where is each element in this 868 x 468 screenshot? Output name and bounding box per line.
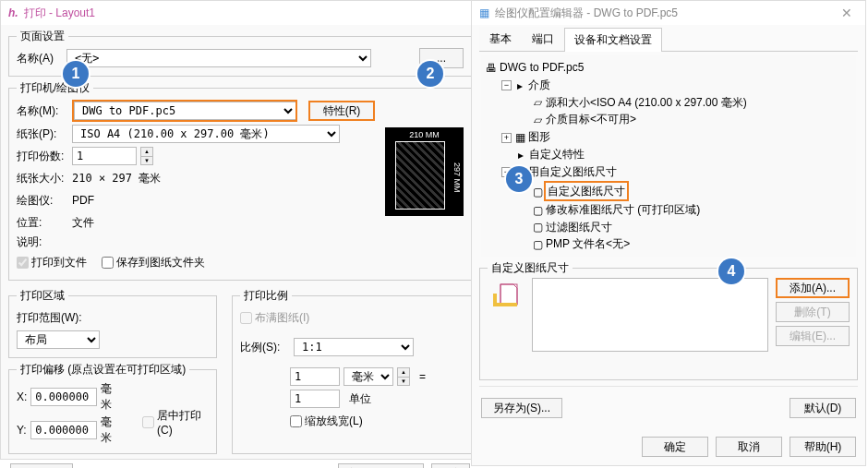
printer-group: 打印机/绘图仪 名称(M): DWG to PDF.pc5 特性(R) 纸张(P… <box>8 80 472 281</box>
scale-bot-input[interactable] <box>290 390 340 408</box>
step-badge-2: 2 <box>417 61 443 87</box>
copies-input[interactable] <box>72 147 137 165</box>
media-src-icon: ▱ <box>531 94 544 111</box>
preview-page-icon <box>395 141 445 210</box>
tree-media-target[interactable]: 介质目标<不可用> <box>546 113 636 126</box>
custom-props-icon: ▸ <box>514 147 527 163</box>
tree-pmp[interactable]: PMP 文件名<无> <box>546 237 630 250</box>
scale-legend: 打印比例 <box>240 288 292 304</box>
add-paper-button[interactable]: 添加(A)... <box>776 278 850 298</box>
save-as-button[interactable]: 另存为(S)... <box>481 398 562 418</box>
save-to-folder-check[interactable]: 保存到图纸文件夹 <box>102 255 205 270</box>
plotter-title: 绘图仪配置编辑器 - DWG to PDF.pc5 <box>495 6 678 21</box>
tree-expand-icon[interactable]: + <box>501 133 512 143</box>
plotter-icon: ▦ <box>479 6 489 19</box>
page-icon: ▢ <box>531 202 544 219</box>
scale-lineweight-check[interactable]: 缩放线宽(L) <box>290 414 363 429</box>
tree-custom-props[interactable]: 自定义特性 <box>529 148 585 161</box>
copies-spinner[interactable]: ▲▼ <box>140 147 153 165</box>
svg-rect-2 <box>493 303 517 306</box>
unit-label: 单位 <box>349 391 371 407</box>
apply-layout-button[interactable]: 应用到布局(T) <box>338 463 424 468</box>
x-unit: 毫米 <box>101 381 116 413</box>
page-icon: ▢ <box>531 236 544 253</box>
plotter-label: 绘图仪: <box>17 193 68 209</box>
printer-properties-button[interactable]: 特性(R) <box>308 101 375 121</box>
custom-paper-legend: 自定义图纸尺寸 <box>488 260 573 276</box>
close-icon[interactable]: ✕ <box>836 6 858 20</box>
custom-paper-list[interactable] <box>532 278 768 352</box>
page-icon: ▢ <box>531 219 544 235</box>
y-label: Y: <box>17 424 27 437</box>
tab-basic[interactable]: 基本 <box>479 27 522 51</box>
print-range-label: 打印范围(W): <box>17 310 82 326</box>
print-area-legend: 打印区域 <box>17 288 68 304</box>
print-area-group: 打印区域 打印范围(W): 布局 <box>8 288 217 358</box>
tab-device[interactable]: 设备和文档设置 <box>564 28 662 52</box>
tree-user-paper[interactable]: 用自定义图纸尺寸 <box>528 165 617 178</box>
graphics-icon: ▦ <box>513 129 526 146</box>
app-icon: h. <box>8 6 18 19</box>
page-icon: ▢ <box>531 184 544 200</box>
eq-label: = <box>419 370 426 383</box>
location-label: 位置: <box>17 215 68 231</box>
offset-group: 打印偏移 (原点设置在可打印区域) X: 毫米 Y: 毫米 <box>8 362 217 454</box>
page-name-label: 名称(A) <box>17 51 63 66</box>
center-print-check[interactable]: 居中打印(C) <box>142 396 209 448</box>
tree-filter-paper[interactable]: 过滤图纸尺寸 <box>546 221 612 234</box>
print-title: 打印 - Layout1 <box>24 6 95 21</box>
page-setup-legend: 页面设置 <box>17 29 68 44</box>
tab-bar: 基本 端口 设备和文档设置 <box>479 27 858 52</box>
printer-name-select[interactable]: DWG to PDF.pc5 <box>74 102 295 120</box>
scale-top-input[interactable] <box>290 367 340 386</box>
step-badge-3: 3 <box>506 166 532 192</box>
settings-tree[interactable]: 🖶DWG to PDF.pc5 −▸介质 ▱源和大小<ISO A4 (210.0… <box>481 55 856 257</box>
x-input[interactable] <box>30 388 97 406</box>
printer-name-label: 名称(M): <box>17 103 68 119</box>
tree-graphics[interactable]: 图形 <box>528 130 550 143</box>
tree-modify-std[interactable]: 修改标准图纸尺寸 (可打印区域) <box>546 203 700 216</box>
ok-button[interactable]: 确定 <box>431 463 470 468</box>
print-range-select[interactable]: 布局 <box>17 330 100 349</box>
print-to-file-check[interactable]: 打印到文件 <box>17 255 87 270</box>
page-name-select[interactable]: <无> <box>66 49 371 67</box>
scale-unit-select[interactable]: 毫米 <box>344 367 393 386</box>
paper-label: 纸张(P): <box>17 126 68 142</box>
y-input[interactable] <box>30 421 97 439</box>
location-value: 文件 <box>72 215 94 231</box>
scale-unit-spinner[interactable]: ▲▼ <box>397 367 410 386</box>
copies-label: 打印份数: <box>17 149 68 164</box>
custom-paper-group: 自定义图纸尺寸 添加(A)... 删除(T) 编辑(E)... <box>479 260 858 380</box>
step-badge-1: 1 <box>63 61 89 87</box>
plotter-ok-button[interactable]: 确定 <box>642 437 708 457</box>
preview-width-label: 210 MM <box>386 130 463 139</box>
ratio-label: 比例(S): <box>240 340 290 355</box>
plotter-value: PDF <box>72 194 94 207</box>
x-label: X: <box>17 390 27 403</box>
tree-custom-paper[interactable]: 自定义图纸尺寸 <box>544 181 629 201</box>
fit-paper-check[interactable]: 布满图纸(I) <box>240 310 309 326</box>
tree-root[interactable]: DWG to PDF.pc5 <box>500 61 584 74</box>
delete-paper-button[interactable]: 删除(T) <box>776 302 850 322</box>
edit-paper-button[interactable]: 编辑(E)... <box>776 326 850 346</box>
paper-select[interactable]: ISO A4 (210.00 x 297.00 毫米) <box>72 125 340 143</box>
papersize-value: 210 × 297 毫米 <box>72 171 161 186</box>
scale-group: 打印比例 布满图纸(I) 比例(S): 1:1 毫米 ▲▼ = 单位 缩放线宽(… <box>232 288 472 454</box>
plotter-help-button[interactable]: 帮助(H) <box>790 437 856 457</box>
svg-rect-0 <box>500 284 517 305</box>
ratio-select[interactable]: 1:1 <box>294 338 414 356</box>
papersize-label: 纸张大小: <box>17 171 68 186</box>
default-button[interactable]: 默认(D) <box>790 398 856 418</box>
tree-media[interactable]: 介质 <box>528 78 550 91</box>
desc-label: 说明: <box>17 234 68 250</box>
preview-button[interactable]: 预览(P)... <box>10 463 73 468</box>
media-target-icon: ▱ <box>531 112 544 128</box>
plotter-cancel-button[interactable]: 取消 <box>716 437 782 457</box>
tree-media-src[interactable]: 源和大小<ISO A4 (210.00 x 297.00 毫米) <box>546 96 747 109</box>
plotter-title-bar: ▦ 绘图仪配置编辑器 - DWG to PDF.pc5 ✕ <box>472 1 865 25</box>
y-unit: 毫米 <box>101 414 116 446</box>
tab-port[interactable]: 端口 <box>522 27 564 51</box>
print-title-bar: h. 打印 - Layout1 <box>1 1 479 25</box>
tree-collapse-icon[interactable]: − <box>501 80 512 90</box>
step-badge-4: 4 <box>718 258 744 284</box>
